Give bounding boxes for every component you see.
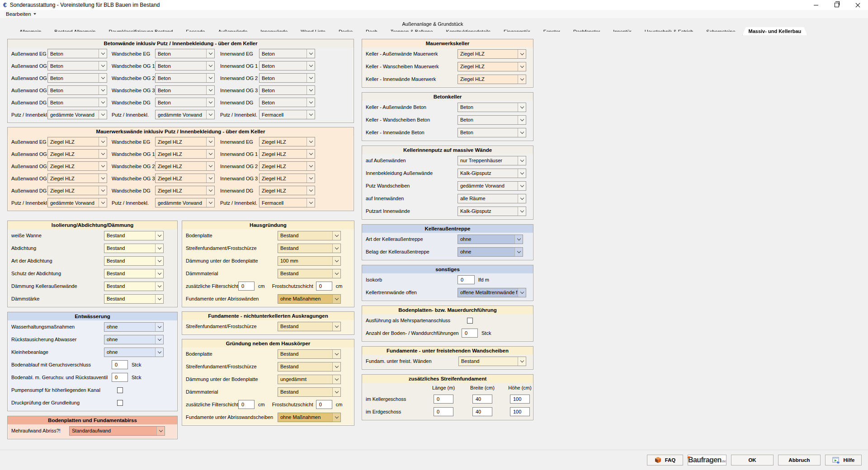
- dropdown-arrow-icon[interactable]: [99, 186, 107, 195]
- dropdown-arrow-icon[interactable]: [332, 350, 340, 358]
- help-button[interactable]: ? Hilfe: [825, 455, 862, 465]
- innenwand-og-3-dropdown[interactable]: Ziegel HLZ: [259, 174, 315, 183]
- wandscheibe-eg-dropdown[interactable]: Ziegel HLZ: [155, 137, 215, 146]
- ausfuhrung-als-mehrspartenanschluss-checkbox[interactable]: [467, 318, 473, 324]
- dropdown-arrow-icon[interactable]: [307, 174, 315, 183]
- dropdown-arrow-icon[interactable]: [332, 322, 340, 331]
- putz-innenbekl-dropdown[interactable]: Fermacell: [259, 110, 315, 119]
- innenwand-og-2-dropdown[interactable]: Ziegel HLZ: [259, 161, 315, 171]
- aussenwand-og-2-dropdown[interactable]: Ziegel HLZ: [47, 161, 107, 171]
- keller-aussenwande-mauerwerk-dropdown[interactable]: Ziegel HLZ: [458, 49, 526, 59]
- dropdown-arrow-icon[interactable]: [514, 248, 523, 256]
- aussenwand-og-3-dropdown[interactable]: Beton: [47, 85, 107, 95]
- wandscheibe-og-2-dropdown[interactable]: Ziegel HLZ: [155, 161, 215, 171]
- streifenfundament-frostschurze-dropdown[interactable]: Bestand: [278, 244, 341, 253]
- dropdown-arrow-icon[interactable]: [206, 137, 214, 146]
- im-kellergeschoss-input[interactable]: 0: [434, 395, 453, 404]
- art-der-kelleraussentreppe-dropdown[interactable]: ohne: [458, 235, 523, 244]
- aussenwand-og-1-dropdown[interactable]: Beton: [47, 61, 107, 70]
- keller-aussenwande-beton-dropdown[interactable]: Beton: [458, 103, 526, 112]
- dropdown-arrow-icon[interactable]: [518, 194, 526, 203]
- innenbekleidung-aussenwande-dropdown[interactable]: Kalk-Gipsputz: [458, 169, 526, 178]
- dropdown-arrow-icon[interactable]: [307, 61, 315, 70]
- bodenablauf-mit-geruchsverschluss-input[interactable]: 0: [112, 360, 128, 369]
- dropdown-arrow-icon[interactable]: [307, 74, 315, 82]
- aussenwand-og-3-dropdown[interactable]: Ziegel HLZ: [47, 174, 107, 183]
- dropdown-arrow-icon[interactable]: [307, 198, 315, 207]
- zusatzliche-filterschicht-input[interactable]: 0: [238, 400, 255, 409]
- dropdown-arrow-icon[interactable]: [155, 348, 163, 357]
- dropdown-arrow-icon[interactable]: [206, 186, 214, 195]
- dropdown-arrow-icon[interactable]: [99, 74, 107, 82]
- streifenfundament-frostschurze-dropdown[interactable]: Bestand: [278, 322, 341, 331]
- bodenplatte-dropdown[interactable]: Bestand: [278, 349, 341, 359]
- dropdown-arrow-icon[interactable]: [332, 269, 340, 278]
- innenwand-og-1-dropdown[interactable]: Ziegel HLZ: [259, 149, 315, 159]
- innenwand-og-1-dropdown[interactable]: Beton: [259, 61, 315, 70]
- dropdown-arrow-icon[interactable]: [518, 169, 526, 178]
- streifenfundament-frostschurze-dropdown[interactable]: Bestand: [278, 362, 341, 371]
- dropdown-arrow-icon[interactable]: [99, 49, 107, 58]
- dropdown-arrow-icon[interactable]: [155, 269, 163, 278]
- dropdown-arrow-icon[interactable]: [206, 198, 214, 207]
- im-erdgeschoss-input[interactable]: 100: [510, 407, 530, 416]
- auf-aussenwanden-dropdown[interactable]: nur Treppenhäuser: [458, 156, 526, 165]
- dropdown-arrow-icon[interactable]: [518, 75, 526, 84]
- faq-button[interactable]: FAQ: [647, 455, 683, 465]
- frostschutzschicht-input[interactable]: 0: [316, 400, 332, 409]
- zusatzliche-filterschicht-input[interactable]: 0: [238, 282, 255, 291]
- pumpensumpf-fur-hoherliegenden-kanal-checkbox[interactable]: [117, 387, 123, 393]
- dropdown-arrow-icon[interactable]: [156, 427, 165, 435]
- dammung-unter-der-bodenplatte-dropdown[interactable]: ungedämmt: [278, 375, 341, 384]
- aussenwand-og-1-dropdown[interactable]: Ziegel HLZ: [47, 149, 107, 159]
- dammung-kelleraussenwande-dropdown[interactable]: Bestand: [104, 282, 164, 291]
- putz-innenbekl-dropdown[interactable]: gedämmte Vorwand: [47, 198, 107, 207]
- weisse-wanne-dropdown[interactable]: Bestand: [104, 231, 164, 240]
- dropdown-arrow-icon[interactable]: [518, 156, 526, 165]
- dropdown-arrow-icon[interactable]: [307, 186, 315, 195]
- wandscheibe-dg-dropdown[interactable]: Ziegel HLZ: [155, 186, 215, 195]
- dropdown-arrow-icon[interactable]: [206, 49, 214, 58]
- abdichtung-dropdown[interactable]: Bestand: [104, 244, 164, 253]
- im-erdgeschoss-input[interactable]: 0: [434, 407, 453, 416]
- dropdown-arrow-icon[interactable]: [518, 207, 526, 216]
- dropdown-arrow-icon[interactable]: [155, 244, 163, 253]
- schutz-der-abdichtung-dropdown[interactable]: Bestand: [104, 269, 164, 278]
- dropdown-arrow-icon[interactable]: [518, 128, 526, 137]
- aussenwand-dg-dropdown[interactable]: Ziegel HLZ: [47, 186, 107, 195]
- isokorb-input[interactable]: 0: [458, 275, 475, 284]
- wandscheibe-og-3-dropdown[interactable]: Ziegel HLZ: [155, 174, 215, 183]
- kellertrennwande-offen-dropdown[interactable]: offene Metalltrennwände f: [458, 288, 526, 297]
- dropdown-arrow-icon[interactable]: [99, 137, 107, 146]
- dropdown-arrow-icon[interactable]: [332, 362, 340, 371]
- ruckstausicherung-abwasser-dropdown[interactable]: ohne: [104, 335, 164, 344]
- dropdown-arrow-icon[interactable]: [99, 150, 107, 158]
- close-button[interactable]: [847, 0, 868, 10]
- dropdown-arrow-icon[interactable]: [518, 62, 526, 71]
- wasserhaltungsmassnahmen-dropdown[interactable]: ohne: [104, 322, 164, 332]
- fundamente-unter-abrisswandscheiben-dropdown[interactable]: ohne Maßnahmen: [278, 413, 341, 422]
- keller-wandscheiben-beton-dropdown[interactable]: Beton: [458, 115, 526, 125]
- dropdown-arrow-icon[interactable]: [206, 110, 214, 119]
- keller-wanscheiben-mauerwerk-dropdown[interactable]: Ziegel HLZ: [458, 62, 526, 71]
- frostschutzschicht-input[interactable]: 0: [316, 282, 332, 291]
- dropdown-arrow-icon[interactable]: [206, 74, 214, 82]
- dropdown-arrow-icon[interactable]: [514, 235, 523, 244]
- dropdown-arrow-icon[interactable]: [206, 61, 214, 70]
- dropdown-arrow-icon[interactable]: [99, 110, 107, 119]
- dropdown-arrow-icon[interactable]: [155, 335, 163, 344]
- dammung-unter-der-bodenplatte-dropdown[interactable]: 100 mm: [278, 256, 341, 266]
- dropdown-arrow-icon[interactable]: [518, 288, 526, 297]
- dropdown-arrow-icon[interactable]: [99, 98, 107, 107]
- wandscheibe-og-2-dropdown[interactable]: Beton: [155, 73, 215, 83]
- im-kellergeschoss-input[interactable]: 40: [472, 395, 492, 404]
- dropdown-arrow-icon[interactable]: [99, 174, 107, 183]
- dropdown-arrow-icon[interactable]: [307, 86, 315, 94]
- dropdown-arrow-icon[interactable]: [206, 98, 214, 107]
- aussenwand-eg-dropdown[interactable]: Ziegel HLZ: [47, 137, 107, 146]
- innenwand-dg-dropdown[interactable]: Beton: [259, 98, 315, 107]
- bodenabl-m-geruchsv-und-ruckstauventil-input[interactable]: 0: [112, 373, 128, 382]
- dropdown-arrow-icon[interactable]: [307, 98, 315, 107]
- fundamente-unter-abrisswanden-dropdown[interactable]: ohne Maßnahmen: [278, 294, 341, 304]
- tab-massiv-und-kellerbau[interactable]: Massiv- und Kellerbau: [743, 27, 807, 35]
